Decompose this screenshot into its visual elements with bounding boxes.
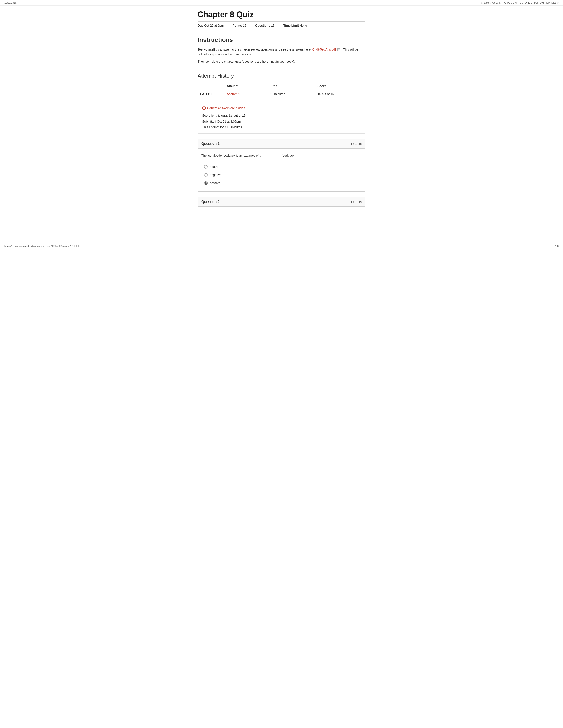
question-header-1: Question 1 1 / 1 pts (198, 139, 365, 149)
table-row: LATEST Attempt 1 10 minutes 15 out of 15 (197, 90, 366, 98)
score-line1-post: out of 15 (233, 114, 245, 117)
questions-meta: Questions 15 (255, 24, 274, 27)
attempt-col-3: Time (267, 83, 315, 90)
instructions-paragraph-1: Test yourself by answering the chapter r… (197, 47, 366, 57)
due-value: Oct 22 at 9pm (204, 24, 224, 27)
score-line1-pre: Score for this quiz: (202, 114, 229, 117)
browser-date: 10/21/2018 (4, 1, 17, 4)
footer-page-num: 1/6 (555, 245, 559, 247)
quiz-result-box: i Correct answers are hidden. Score for … (197, 103, 366, 134)
correct-answers-notice: i Correct answers are hidden. (202, 106, 361, 110)
questions-container: Question 1 1 / 1 pts The ice-albedo feed… (197, 139, 366, 216)
question-title-2: Question 2 (201, 200, 220, 204)
instructions-p1-pre: Test yourself by answering the chapter r… (197, 48, 313, 51)
score-submitted: Submitted Oct 21 at 3:07pm (202, 119, 361, 124)
answer-option-1-2[interactable]: negative (201, 171, 362, 179)
time-limit-value: None (300, 24, 307, 27)
questions-value: 15 (271, 24, 274, 27)
points-value: 15 (243, 24, 246, 27)
browser-tab-title: Chapter 8 Quiz: INTRO TO CLIMATE CHANGE … (481, 1, 559, 4)
question-card-1: Question 1 1 / 1 pts The ice-albedo feed… (197, 139, 366, 191)
score-summary: Score for this quiz: 15 out of 15 (202, 113, 361, 119)
instructions-paragraph-2: Then complete the chapter quiz (question… (197, 59, 366, 64)
attempt-history-title: Attempt History (197, 73, 366, 79)
quiz-meta-bar: Due Oct 22 at 9pm Points 15 Questions 15… (197, 21, 366, 30)
attempt-col-1 (197, 83, 224, 90)
question-body-1: The ice-albedo feedback is an example of… (198, 149, 365, 191)
due-meta: Due Oct 22 at 9pm (197, 24, 224, 27)
score-time: This attempt took 10 minutes. (202, 124, 361, 130)
pdf-icon: 📄 (337, 48, 341, 51)
attempt-history-section: Attempt History Attempt Time Score LATES… (197, 73, 366, 98)
attempt-table: Attempt Time Score LATEST Attempt 1 10 m… (197, 83, 366, 98)
points-meta: Points 15 (232, 24, 246, 27)
radio-outer-1-3 (204, 181, 207, 185)
correct-answers-text: Correct answers are hidden. (207, 106, 246, 110)
radio-outer-1-2 (204, 173, 207, 177)
points-label: Points (232, 24, 242, 27)
time-limit-label: Time Limit (283, 24, 299, 27)
option-label-1-3: positive (210, 181, 220, 185)
due-label: Due (197, 24, 203, 27)
score-bold-value: 15 (229, 114, 233, 117)
instructions-pdf-link[interactable]: Ch08TextAns.pdf (313, 48, 336, 51)
radio-outer-1-1 (204, 165, 207, 169)
attempt-label: LATEST (197, 90, 224, 98)
answer-option-1-3[interactable]: positive (201, 179, 362, 187)
instructions-title: Instructions (197, 36, 366, 43)
footer-url: https://oregonstate.instructure.com/cour… (4, 245, 80, 247)
attempt-col-2: Attempt (224, 83, 267, 90)
question-pts-2: 1 / 1 pts (351, 200, 362, 204)
question-text-1: The ice-albedo feedback is an example of… (201, 153, 362, 158)
info-icon: i (202, 106, 206, 110)
attempt-col-4: Score (315, 83, 366, 90)
question-pts-1: 1 / 1 pts (351, 142, 362, 146)
question-title-1: Question 1 (201, 142, 220, 146)
attempt-link-cell: Attempt 1 (224, 90, 267, 98)
question-card-2: Question 2 1 / 1 pts (197, 197, 366, 216)
option-label-1-2: negative (210, 173, 221, 177)
answer-option-1-1[interactable]: neutral (201, 163, 362, 171)
attempt-time: 10 minutes (267, 90, 315, 98)
questions-label: Questions (255, 24, 270, 27)
question-header-2: Question 2 1 / 1 pts (198, 197, 365, 207)
option-label-1-1: neutral (210, 165, 219, 169)
time-limit-meta: Time Limit None (283, 24, 307, 27)
question-body-2 (198, 207, 365, 216)
bottom-bar: https://oregonstate.instructure.com/cour… (0, 243, 563, 249)
attempt-link[interactable]: Attempt 1 (227, 92, 240, 96)
attempt-score: 15 out of 15 (315, 90, 366, 98)
radio-inner (205, 182, 207, 184)
page-title: Chapter 8 Quiz (197, 10, 366, 19)
